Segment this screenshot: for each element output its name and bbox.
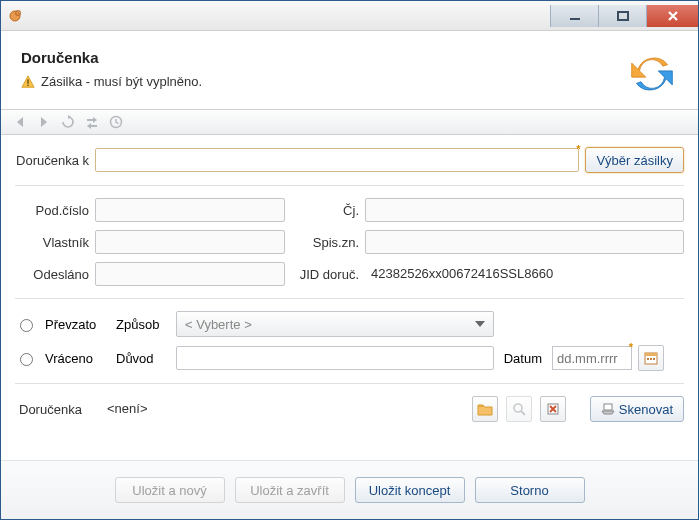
select-zpusob-placeholder: < Vyberte > (185, 317, 252, 332)
svg-rect-2 (570, 18, 580, 20)
input-odeslano[interactable] (95, 262, 285, 286)
calendar-icon (644, 351, 658, 365)
minimize-button[interactable] (550, 5, 598, 27)
label-duvod: Důvod (116, 351, 170, 366)
svg-rect-5 (27, 84, 28, 85)
magnifier-icon (512, 402, 526, 416)
input-duvod[interactable] (176, 346, 494, 370)
warning-icon (21, 75, 35, 89)
label-vlastnik: Vlastník (15, 235, 95, 250)
transfer-icon[interactable] (83, 113, 101, 131)
input-spiszn[interactable] (365, 230, 684, 254)
maximize-button[interactable] (598, 5, 646, 27)
app-icon (7, 8, 23, 24)
next-icon[interactable] (35, 113, 53, 131)
value-jid: 42382526xx00672416SSL8660 (365, 262, 684, 286)
cancel-button[interactable]: Storno (475, 477, 585, 503)
save-draft-button[interactable]: Uložit koncept (355, 477, 465, 503)
prev-icon[interactable] (11, 113, 29, 131)
separator (15, 298, 684, 299)
label-odeslano: Odesláno (15, 267, 95, 282)
save-close-button[interactable]: Uložit a zavřít (235, 477, 345, 503)
radio-vraceno[interactable] (20, 353, 33, 366)
footer: Uložit a nový Uložit a zavřít Uložit kon… (1, 460, 698, 519)
window-controls (550, 5, 698, 27)
svg-rect-9 (647, 358, 649, 360)
save-new-button[interactable]: Uložit a nový (115, 477, 225, 503)
input-vlastnik[interactable] (95, 230, 285, 254)
select-shipment-button[interactable]: Výběr zásilky (585, 147, 684, 173)
svg-point-12 (514, 404, 522, 412)
label-dorucenka-file: Doručenka (15, 402, 95, 417)
separator (15, 185, 684, 186)
label-jid: JID doruč. (285, 267, 365, 282)
svg-rect-8 (645, 353, 657, 356)
radio-prevzato[interactable] (20, 319, 33, 332)
svg-rect-11 (653, 358, 655, 360)
folder-icon (477, 402, 493, 416)
titlebar (1, 1, 698, 31)
label-vraceno: Vráceno (45, 351, 110, 366)
label-zpusob: Způsob (116, 317, 170, 332)
validation-warning: Zásilka - musí být vyplněno. (21, 74, 202, 89)
refresh-small-icon[interactable] (59, 113, 77, 131)
page-title: Doručenka (21, 49, 202, 66)
svg-rect-3 (618, 12, 628, 20)
close-button[interactable] (646, 5, 698, 27)
view-attachment-button[interactable] (506, 396, 532, 422)
label-podcislo: Pod.číslo (15, 203, 95, 218)
row-dorucenka-k: Doručenka k * Výběr zásilky (15, 147, 684, 173)
remove-attachment-button[interactable] (540, 396, 566, 422)
separator (15, 383, 684, 384)
label-spiszn: Spis.zn. (285, 235, 365, 250)
svg-rect-14 (604, 404, 612, 410)
required-marker: * (576, 143, 580, 155)
select-zpusob[interactable]: < Vyberte > (176, 311, 494, 337)
label-dorucenka-k: Doručenka k (15, 153, 95, 168)
label-datum: Datum (500, 351, 546, 366)
svg-point-0 (10, 11, 20, 21)
history-icon[interactable] (107, 113, 125, 131)
browse-button[interactable] (472, 396, 498, 422)
input-cj[interactable] (365, 198, 684, 222)
calendar-button[interactable] (638, 345, 664, 371)
warning-text: Zásilka - musí být vyplněno. (41, 74, 202, 89)
value-dorucenka-file: <není> (101, 397, 466, 421)
input-datum[interactable] (552, 346, 632, 370)
remove-icon (546, 402, 560, 416)
dialog-window: Doručenka Zásilka - musí být vyplněno. D… (0, 0, 699, 520)
scanner-icon (601, 403, 615, 415)
scan-button[interactable]: Skenovat (590, 396, 684, 422)
svg-rect-10 (650, 358, 652, 360)
header: Doručenka Zásilka - musí být vyplněno. (1, 31, 698, 109)
svg-rect-4 (27, 79, 28, 83)
label-prevzato: Převzato (45, 317, 110, 332)
refresh-icon (626, 49, 678, 99)
label-cj: Čj. (285, 203, 365, 218)
toolbar (1, 109, 698, 135)
input-dorucenka-k[interactable] (95, 148, 579, 172)
required-marker: * (629, 341, 633, 353)
input-podcislo[interactable] (95, 198, 285, 222)
form-content: Doručenka k * Výběr zásilky Pod.číslo Čj… (1, 135, 698, 442)
